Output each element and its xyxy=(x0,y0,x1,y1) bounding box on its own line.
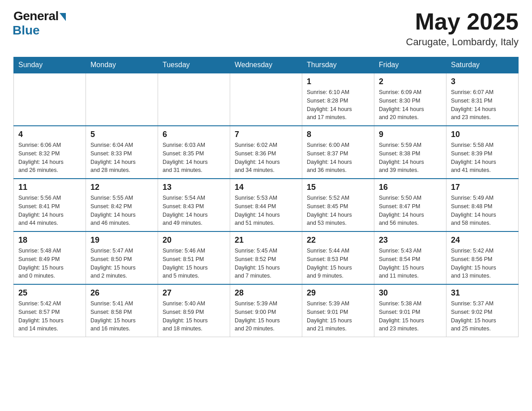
calendar-week-row: 25Sunrise: 5:42 AM Sunset: 8:57 PM Dayli… xyxy=(14,284,519,337)
day-number: 17 xyxy=(451,183,514,192)
calendar-table: SundayMondayTuesdayWednesdayThursdayFrid… xyxy=(13,57,519,337)
day-number: 23 xyxy=(379,235,442,245)
day-info: Sunrise: 5:42 AM Sunset: 8:56 PM Dayligh… xyxy=(451,247,514,280)
day-of-week-header: Tuesday xyxy=(158,57,230,73)
day-number: 9 xyxy=(379,130,442,139)
logo-arrow-icon xyxy=(60,13,66,21)
calendar-cell: 3Sunrise: 6:07 AM Sunset: 8:31 PM Daylig… xyxy=(446,73,519,126)
calendar-week-row: 11Sunrise: 5:56 AM Sunset: 8:41 PM Dayli… xyxy=(14,179,519,231)
calendar-cell xyxy=(14,73,86,126)
title-section: May 2025 Carugate, Lombardy, Italy xyxy=(406,9,519,48)
day-info: Sunrise: 6:03 AM Sunset: 8:35 PM Dayligh… xyxy=(163,141,225,175)
day-info: Sunrise: 5:58 AM Sunset: 8:39 PM Dayligh… xyxy=(451,141,514,175)
calendar-cell: 16Sunrise: 5:50 AM Sunset: 8:47 PM Dayli… xyxy=(374,179,446,231)
calendar-cell: 7Sunrise: 6:02 AM Sunset: 8:36 PM Daylig… xyxy=(230,126,302,179)
day-info: Sunrise: 6:07 AM Sunset: 8:31 PM Dayligh… xyxy=(451,88,514,122)
calendar-cell: 24Sunrise: 5:42 AM Sunset: 8:56 PM Dayli… xyxy=(446,231,519,284)
calendar-cell: 23Sunrise: 5:43 AM Sunset: 8:54 PM Dayli… xyxy=(374,231,446,284)
day-number: 15 xyxy=(307,183,369,192)
calendar-cell: 5Sunrise: 6:04 AM Sunset: 8:33 PM Daylig… xyxy=(86,126,158,179)
day-info: Sunrise: 5:56 AM Sunset: 8:41 PM Dayligh… xyxy=(18,194,81,227)
day-info: Sunrise: 5:52 AM Sunset: 8:45 PM Dayligh… xyxy=(307,194,369,227)
calendar-cell: 15Sunrise: 5:52 AM Sunset: 8:45 PM Dayli… xyxy=(302,179,374,231)
day-number: 2 xyxy=(379,77,442,86)
calendar-week-row: 18Sunrise: 5:48 AM Sunset: 8:49 PM Dayli… xyxy=(14,231,519,284)
calendar-cell: 22Sunrise: 5:44 AM Sunset: 8:53 PM Dayli… xyxy=(302,231,374,284)
day-info: Sunrise: 6:10 AM Sunset: 8:28 PM Dayligh… xyxy=(307,88,369,122)
calendar-cell: 19Sunrise: 5:47 AM Sunset: 8:50 PM Dayli… xyxy=(86,231,158,284)
calendar-cell: 28Sunrise: 5:39 AM Sunset: 9:00 PM Dayli… xyxy=(230,284,302,337)
day-info: Sunrise: 5:54 AM Sunset: 8:43 PM Dayligh… xyxy=(163,194,225,227)
calendar-cell: 8Sunrise: 6:00 AM Sunset: 8:37 PM Daylig… xyxy=(302,126,374,179)
calendar-cell: 29Sunrise: 5:39 AM Sunset: 9:01 PM Dayli… xyxy=(302,284,374,337)
day-number: 30 xyxy=(379,288,442,298)
calendar-cell: 9Sunrise: 5:59 AM Sunset: 8:38 PM Daylig… xyxy=(374,126,446,179)
day-info: Sunrise: 5:41 AM Sunset: 8:58 PM Dayligh… xyxy=(90,300,153,333)
day-number: 21 xyxy=(235,235,297,245)
day-info: Sunrise: 5:39 AM Sunset: 9:00 PM Dayligh… xyxy=(235,300,297,333)
day-info: Sunrise: 5:53 AM Sunset: 8:44 PM Dayligh… xyxy=(235,194,297,227)
day-of-week-header: Sunday xyxy=(14,57,86,73)
day-of-week-header: Wednesday xyxy=(230,57,302,73)
day-number: 20 xyxy=(163,235,225,245)
day-info: Sunrise: 5:45 AM Sunset: 8:52 PM Dayligh… xyxy=(235,247,297,280)
calendar-header-row: SundayMondayTuesdayWednesdayThursdayFrid… xyxy=(14,57,519,73)
calendar-cell: 30Sunrise: 5:38 AM Sunset: 9:01 PM Dayli… xyxy=(374,284,446,337)
day-number: 25 xyxy=(18,288,81,298)
day-info: Sunrise: 6:04 AM Sunset: 8:33 PM Dayligh… xyxy=(90,141,153,175)
day-info: Sunrise: 5:49 AM Sunset: 8:48 PM Dayligh… xyxy=(451,194,514,227)
day-info: Sunrise: 5:39 AM Sunset: 9:01 PM Dayligh… xyxy=(307,300,369,333)
calendar-cell xyxy=(86,73,158,126)
day-info: Sunrise: 6:09 AM Sunset: 8:30 PM Dayligh… xyxy=(379,88,442,122)
day-number: 31 xyxy=(451,288,514,298)
calendar-cell: 21Sunrise: 5:45 AM Sunset: 8:52 PM Dayli… xyxy=(230,231,302,284)
day-number: 10 xyxy=(451,130,514,139)
day-info: Sunrise: 6:06 AM Sunset: 8:32 PM Dayligh… xyxy=(18,141,81,175)
day-info: Sunrise: 5:38 AM Sunset: 9:01 PM Dayligh… xyxy=(379,300,442,333)
calendar-cell: 20Sunrise: 5:46 AM Sunset: 8:51 PM Dayli… xyxy=(158,231,230,284)
day-number: 11 xyxy=(18,183,81,192)
day-number: 14 xyxy=(235,183,297,192)
calendar-cell: 12Sunrise: 5:55 AM Sunset: 8:42 PM Dayli… xyxy=(86,179,158,231)
calendar-cell xyxy=(158,73,230,126)
calendar-cell: 1Sunrise: 6:10 AM Sunset: 8:28 PM Daylig… xyxy=(302,73,374,126)
calendar-week-row: 1Sunrise: 6:10 AM Sunset: 8:28 PM Daylig… xyxy=(14,73,519,126)
day-info: Sunrise: 5:59 AM Sunset: 8:38 PM Dayligh… xyxy=(379,141,442,175)
day-number: 8 xyxy=(307,130,369,139)
calendar-cell: 4Sunrise: 6:06 AM Sunset: 8:32 PM Daylig… xyxy=(14,126,86,179)
calendar-cell: 14Sunrise: 5:53 AM Sunset: 8:44 PM Dayli… xyxy=(230,179,302,231)
day-info: Sunrise: 5:50 AM Sunset: 8:47 PM Dayligh… xyxy=(379,194,442,227)
day-info: Sunrise: 5:55 AM Sunset: 8:42 PM Dayligh… xyxy=(90,194,153,227)
page-header: General Blue May 2025 Carugate, Lombardy… xyxy=(13,9,519,48)
day-number: 28 xyxy=(235,288,297,298)
day-number: 26 xyxy=(90,288,153,298)
day-of-week-header: Thursday xyxy=(302,57,374,73)
day-number: 19 xyxy=(90,235,153,245)
location-subtitle: Carugate, Lombardy, Italy xyxy=(406,36,519,48)
day-number: 4 xyxy=(18,130,81,139)
day-number: 12 xyxy=(90,183,153,192)
calendar-cell: 31Sunrise: 5:37 AM Sunset: 9:02 PM Dayli… xyxy=(446,284,519,337)
day-of-week-header: Friday xyxy=(374,57,446,73)
day-number: 6 xyxy=(163,130,225,139)
day-info: Sunrise: 5:44 AM Sunset: 8:53 PM Dayligh… xyxy=(307,247,369,280)
calendar-cell: 13Sunrise: 5:54 AM Sunset: 8:43 PM Dayli… xyxy=(158,179,230,231)
calendar-cell: 11Sunrise: 5:56 AM Sunset: 8:41 PM Dayli… xyxy=(14,179,86,231)
calendar-cell: 10Sunrise: 5:58 AM Sunset: 8:39 PM Dayli… xyxy=(446,126,519,179)
day-number: 3 xyxy=(451,77,514,86)
calendar-cell: 25Sunrise: 5:42 AM Sunset: 8:57 PM Dayli… xyxy=(14,284,86,337)
day-number: 27 xyxy=(163,288,225,298)
day-number: 7 xyxy=(235,130,297,139)
calendar-week-row: 4Sunrise: 6:06 AM Sunset: 8:32 PM Daylig… xyxy=(14,126,519,179)
day-number: 13 xyxy=(163,183,225,192)
day-info: Sunrise: 5:46 AM Sunset: 8:51 PM Dayligh… xyxy=(163,247,225,280)
day-info: Sunrise: 5:42 AM Sunset: 8:57 PM Dayligh… xyxy=(18,300,81,333)
day-number: 5 xyxy=(90,130,153,139)
day-number: 16 xyxy=(379,183,442,192)
day-number: 29 xyxy=(307,288,369,298)
day-info: Sunrise: 5:48 AM Sunset: 8:49 PM Dayligh… xyxy=(18,247,81,280)
logo-blue-text: Blue xyxy=(13,23,40,38)
day-of-week-header: Monday xyxy=(86,57,158,73)
day-info: Sunrise: 6:02 AM Sunset: 8:36 PM Dayligh… xyxy=(235,141,297,175)
calendar-cell: 17Sunrise: 5:49 AM Sunset: 8:48 PM Dayli… xyxy=(446,179,519,231)
